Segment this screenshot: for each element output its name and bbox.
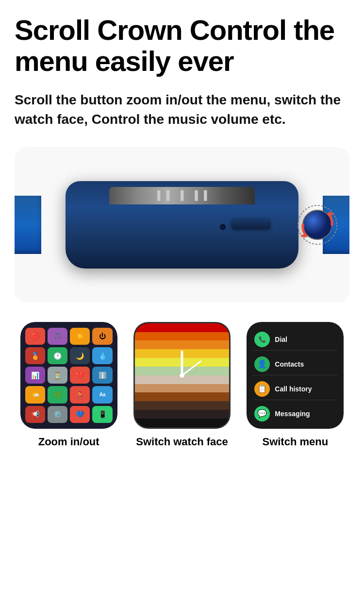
- side-button: [232, 219, 270, 229]
- app-icon: 🏃: [70, 386, 90, 403]
- contacts-icon: 👤: [254, 356, 270, 372]
- thumb-item-zoom: 🔴 🎵 ☀️ ⏻ 🏅 🕐 🌙 💧 📊 ⏳ ❤️ ℹ️ 🌤️: [15, 322, 123, 448]
- app-icon: 📢: [25, 406, 45, 423]
- app-icon: 💧: [92, 347, 112, 364]
- app-icon: 🎵: [48, 328, 67, 345]
- rainbow-face: [133, 322, 231, 429]
- messaging-icon: 💬: [254, 406, 270, 421]
- menu-item-contacts: 👤 Contacts: [252, 354, 338, 375]
- thumb-image-watchface: [133, 322, 231, 429]
- thumb-image-zoom: 🔴 🎵 ☀️ ⏻ 🏅 🕐 🌙 💧 📊 ⏳ ❤️ ℹ️ 🌤️: [20, 322, 117, 429]
- app-icon: 🌿: [48, 386, 67, 403]
- watch-image-area: ▐▐ ▐ ▐▐: [15, 147, 349, 303]
- crown-area: [296, 203, 339, 247]
- app-icon: ⏻: [92, 328, 112, 345]
- app-icon: ❤️: [70, 367, 90, 384]
- app-icon: 📱: [92, 406, 112, 423]
- band-left: [15, 196, 41, 254]
- mic-dot: [220, 224, 226, 230]
- thumb-item-menu: 📞 Dial 👤 Contacts 📋 Call history: [241, 322, 349, 448]
- crown-svg: [296, 203, 339, 247]
- menu-label: Switch menu: [262, 436, 328, 448]
- dial-icon: 📞: [254, 332, 270, 347]
- menu-item-messaging: 💬 Messaging: [252, 403, 338, 424]
- svg-line-5: [182, 361, 201, 375]
- main-title: Scroll Crown Control the menu easily eve…: [15, 15, 349, 77]
- app-icon: 💙: [70, 406, 90, 423]
- watch-side-view: ▐▐ ▐ ▐▐: [17, 162, 347, 288]
- watch-face-top: ▐▐ ▐ ▐▐: [109, 187, 255, 204]
- app-icon: ℹ️: [92, 367, 112, 384]
- thumbnails-section: 🔴 🎵 ☀️ ⏻ 🏅 🕐 🌙 💧 📊 ⏳ ❤️ ℹ️ 🌤️: [15, 322, 349, 448]
- menu-item-callhistory: 📋 Call history: [252, 378, 338, 400]
- callhistory-icon: 📋: [254, 381, 270, 397]
- clock-hands-svg: [135, 323, 229, 427]
- app-icon: 🌤️: [25, 386, 45, 403]
- watch-body: ▐▐ ▐ ▐▐: [66, 181, 298, 269]
- app-icon: 🕐: [48, 347, 67, 364]
- app-icon: Aa: [92, 386, 112, 403]
- app-grid: 🔴 🎵 ☀️ ⏻ 🏅 🕐 🌙 💧 📊 ⏳ ❤️ ℹ️ 🌤️: [20, 322, 117, 429]
- app-icon: 📊: [25, 367, 45, 384]
- menu-item-dial: 📞 Dial: [252, 329, 338, 351]
- svg-point-1: [303, 210, 332, 239]
- app-icon: ☀️: [70, 328, 90, 345]
- thumb-item-watchface: Switch watch face: [128, 322, 236, 448]
- app-icon: 🔴: [25, 328, 45, 345]
- svg-point-6: [180, 373, 184, 378]
- menu-contacts-text: Contacts: [275, 360, 304, 368]
- page-wrapper: Scroll Crown Control the menu easily eve…: [0, 0, 364, 468]
- thumb-image-menu: 📞 Dial 👤 Contacts 📋 Call history: [247, 322, 344, 429]
- app-icon: 🏅: [25, 347, 45, 364]
- app-icon: ⚙️: [48, 406, 67, 423]
- menu-dial-text: Dial: [275, 336, 287, 343]
- app-icon: ⏳: [48, 367, 67, 384]
- zoom-label: Zoom in/out: [38, 436, 99, 448]
- app-icon: 🌙: [70, 347, 90, 364]
- subtitle: Scroll the button zoom in/out the menu, …: [15, 90, 349, 130]
- watchface-label: Switch watch face: [136, 436, 228, 448]
- svg-text:📞: 📞: [259, 336, 266, 343]
- menu-face: 📞 Dial 👤 Contacts 📋 Call history: [247, 322, 344, 429]
- menu-messaging-text: Messaging: [275, 410, 310, 418]
- menu-callhistory-text: Call history: [275, 385, 312, 393]
- watch-face-top-inner: ▐▐ ▐ ▐▐: [109, 187, 255, 204]
